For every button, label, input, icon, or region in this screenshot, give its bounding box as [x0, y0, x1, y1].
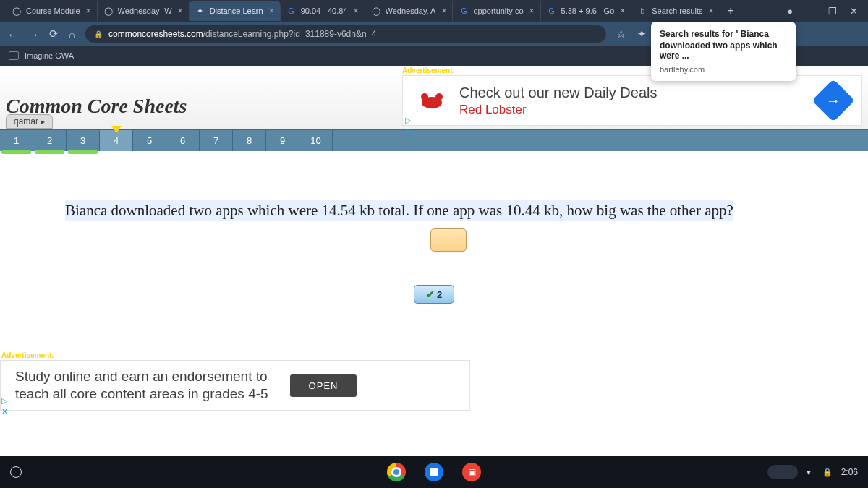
- qnav-4[interactable]: 4: [100, 130, 133, 151]
- ad-label: Advertisement:: [1, 351, 54, 359]
- meet-icon[interactable]: [425, 463, 443, 481]
- ad-close-icon[interactable]: ✕: [1, 407, 8, 416]
- ad-banner-bottom[interactable]: Study online and earn an endorsement to …: [0, 360, 470, 411]
- forward-button[interactable]: →: [28, 28, 39, 40]
- ad-banner-top[interactable]: Check out our new Daily Deals Red Lobste…: [402, 75, 862, 126]
- bookmark-imagine[interactable]: Imagine GWA: [25, 51, 74, 60]
- ad-play-icon[interactable]: ▷: [405, 116, 411, 125]
- extensions-icon[interactable]: ✦: [637, 27, 647, 40]
- check-icon: ✔: [426, 288, 435, 300]
- close-window-icon[interactable]: ✕: [850, 6, 858, 17]
- lobster-icon: [417, 90, 446, 111]
- close-icon[interactable]: ×: [86, 6, 91, 16]
- tab-search[interactable]: bSearch results×: [631, 1, 720, 21]
- google-icon: G: [459, 6, 469, 16]
- qnav-10[interactable]: 10: [299, 130, 333, 151]
- favicon: ◯: [12, 6, 22, 16]
- status-tray[interactable]: 🔒 2:06: [767, 465, 858, 479]
- chrome-icon[interactable]: [387, 463, 406, 481]
- account-icon[interactable]: ●: [787, 6, 793, 17]
- qnav-7[interactable]: 7: [200, 130, 233, 151]
- ad-close-icon[interactable]: ✕: [405, 127, 412, 136]
- flag-icon: [111, 126, 122, 133]
- back-button[interactable]: ←: [7, 28, 18, 40]
- tab-course[interactable]: ◯Course Module×: [6, 1, 98, 21]
- close-icon[interactable]: ×: [269, 6, 274, 16]
- tab-wed2[interactable]: ◯Wednesday, A×: [365, 1, 454, 21]
- user-menu[interactable]: qamar ▸: [6, 114, 53, 129]
- wifi-icon: [807, 467, 814, 477]
- answer-input[interactable]: [430, 228, 467, 252]
- tab-opp[interactable]: Gopportunity co×: [453, 1, 540, 21]
- new-tab-button[interactable]: +: [720, 4, 741, 17]
- bookmark-folder-icon: [9, 51, 19, 60]
- ad-text: Study online and earn an endorsement to …: [15, 368, 268, 403]
- close-icon[interactable]: ×: [353, 6, 358, 16]
- minimize-icon[interactable]: —: [806, 6, 815, 17]
- qnav-1[interactable]: 1: [0, 130, 33, 151]
- close-icon[interactable]: ×: [620, 6, 625, 16]
- question-nav: 1 2 3 4 5 6 7 8 9 10: [0, 129, 868, 151]
- qnav-5[interactable]: 5: [133, 130, 166, 151]
- lock-icon: 🔒: [94, 30, 103, 38]
- ad-label: Advertisement:: [402, 67, 455, 74]
- tab-wed1[interactable]: ◯Wednesday- W×: [98, 1, 190, 21]
- favicon: ✦: [195, 6, 205, 16]
- svg-point-2: [435, 93, 443, 100]
- problem-text: Bianca downloaded two apps which were 14…: [65, 200, 733, 221]
- tab-calc2[interactable]: G5.38 + 9.6 - Go×: [541, 1, 632, 21]
- bookmark-star-icon[interactable]: ☆: [616, 27, 626, 40]
- address-bar[interactable]: 🔒 commoncoresheets.com/distanceLearning.…: [85, 25, 606, 43]
- tab-calc1[interactable]: G90.04 - 40.84×: [281, 1, 365, 21]
- qnav-2[interactable]: 2: [33, 130, 67, 151]
- close-icon[interactable]: ×: [529, 6, 535, 16]
- tab-strip: ◯Course Module× ◯Wednesday- W× ✦Distance…: [0, 0, 868, 22]
- google-icon: G: [286, 6, 297, 16]
- ad-open-button[interactable]: OPEN: [290, 374, 357, 397]
- reload-button[interactable]: ⟳: [49, 27, 59, 40]
- clock: 2:06: [841, 467, 858, 477]
- favicon: ◯: [103, 6, 114, 16]
- qnav-3[interactable]: 3: [67, 130, 100, 151]
- chromeos-shelf: ▣ 🔒 2:06: [0, 456, 868, 488]
- ad-play-icon[interactable]: ▷: [1, 396, 8, 406]
- close-icon[interactable]: ×: [178, 6, 183, 16]
- google-icon: G: [547, 6, 557, 16]
- close-icon[interactable]: ×: [441, 6, 446, 16]
- media-icon[interactable]: ▣: [462, 463, 481, 481]
- launcher-button[interactable]: [10, 466, 22, 478]
- maximize-icon[interactable]: ❐: [828, 6, 837, 17]
- lock-icon: 🔒: [822, 468, 833, 477]
- qnav-8[interactable]: 8: [233, 130, 266, 151]
- tab-distance[interactable]: ✦Distance Learn×: [190, 1, 281, 21]
- home-button[interactable]: ⌂: [69, 28, 75, 40]
- bartleby-icon: b: [637, 6, 647, 16]
- close-icon[interactable]: ×: [709, 6, 714, 16]
- tab-hover-card: Search results for ' Bianca downloaded t…: [651, 22, 796, 81]
- qnav-6[interactable]: 6: [166, 130, 200, 151]
- favicon: ◯: [371, 6, 381, 16]
- qnav-9[interactable]: 9: [266, 130, 299, 151]
- svg-point-1: [421, 93, 428, 100]
- arrow-icon: →: [812, 79, 854, 121]
- status-pill: [767, 465, 798, 479]
- check-button[interactable]: ✔2: [414, 285, 454, 304]
